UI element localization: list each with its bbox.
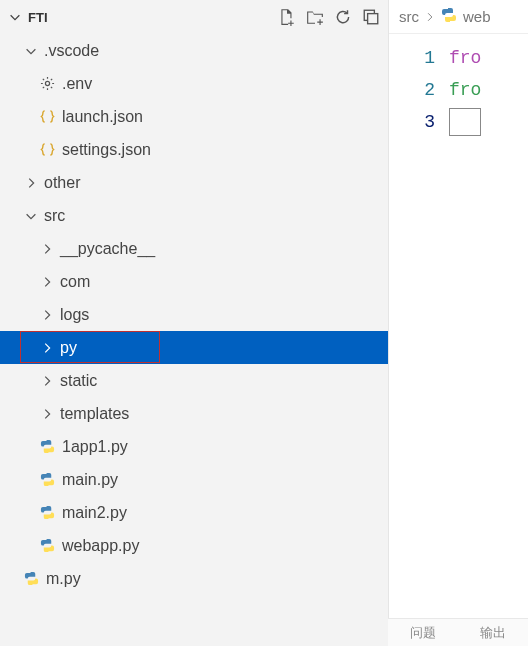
chevron-right-icon: [38, 339, 56, 357]
tree-file[interactable]: m.py: [0, 562, 388, 595]
tree-item-label: 1app1.py: [62, 438, 128, 456]
chevron-right-icon: [38, 240, 56, 258]
new-folder-icon[interactable]: [306, 8, 324, 26]
svg-rect-1: [368, 14, 378, 24]
py-icon: [38, 504, 56, 522]
py-icon: [38, 471, 56, 489]
py-icon: [38, 537, 56, 555]
chevron-down-icon: [6, 8, 24, 26]
tree-item-label: launch.json: [62, 108, 143, 126]
tree-item-label: static: [60, 372, 97, 390]
line-number: 2: [389, 74, 435, 106]
panel-tab-output[interactable]: 输出: [480, 624, 506, 642]
tree-folder[interactable]: .vscode: [0, 34, 388, 67]
tree-item-label: py: [60, 339, 77, 357]
chevron-right-icon: [22, 174, 40, 192]
code-area[interactable]: 123 frofro: [389, 34, 528, 138]
gear-icon: [38, 75, 56, 93]
explorer-sidebar: FTI .vscode.envlaunch.jsonsettings.jsono…: [0, 0, 388, 646]
tree-file[interactable]: .env: [0, 67, 388, 100]
editor-pane: src web 123 frofro: [388, 0, 528, 646]
tree-item-label: logs: [60, 306, 89, 324]
file-tree: .vscode.envlaunch.jsonsettings.jsonother…: [0, 34, 388, 595]
line-number: 1: [389, 42, 435, 74]
code-line[interactable]: [449, 106, 481, 138]
tree-item-label: com: [60, 273, 90, 291]
tree-file[interactable]: settings.json: [0, 133, 388, 166]
tree-item-label: webapp.py: [62, 537, 139, 555]
chevron-right-icon: [38, 405, 56, 423]
code-line[interactable]: fro: [449, 74, 481, 106]
tree-folder[interactable]: src: [0, 199, 388, 232]
tree-item-label: other: [44, 174, 80, 192]
new-file-icon[interactable]: [278, 8, 296, 26]
python-icon: [441, 7, 457, 26]
tree-item-label: main2.py: [62, 504, 127, 522]
breadcrumb-seg[interactable]: web: [463, 8, 491, 25]
json-icon: [38, 108, 56, 126]
tree-item-label: templates: [60, 405, 129, 423]
tree-folder[interactable]: logs: [0, 298, 388, 331]
tree-file[interactable]: main2.py: [0, 496, 388, 529]
tree-folder[interactable]: com: [0, 265, 388, 298]
svg-point-2: [45, 81, 49, 85]
collapse-all-icon[interactable]: [362, 8, 380, 26]
breadcrumb[interactable]: src web: [389, 0, 528, 34]
py-icon: [38, 438, 56, 456]
chevron-right-icon: [38, 273, 56, 291]
panel-tabs: 问题 输出: [388, 618, 528, 646]
chevron-down-icon: [22, 42, 40, 60]
tree-item-label: __pycache__: [60, 240, 155, 258]
tree-folder[interactable]: static: [0, 364, 388, 397]
json-icon: [38, 141, 56, 159]
tree-item-label: m.py: [46, 570, 81, 588]
tree-folder[interactable]: py: [0, 331, 388, 364]
code-line[interactable]: fro: [449, 42, 481, 74]
tree-item-label: main.py: [62, 471, 118, 489]
tree-file[interactable]: webapp.py: [0, 529, 388, 562]
explorer-header: FTI: [0, 0, 388, 34]
tree-item-label: .env: [62, 75, 92, 93]
line-number: 3: [389, 106, 435, 138]
tree-file[interactable]: launch.json: [0, 100, 388, 133]
line-gutter: 123: [389, 42, 449, 138]
tree-item-label: settings.json: [62, 141, 151, 159]
tree-folder[interactable]: templates: [0, 397, 388, 430]
breadcrumb-seg[interactable]: src: [399, 8, 419, 25]
explorer-title: FTI: [28, 10, 48, 25]
py-icon: [22, 570, 40, 588]
chevron-down-icon: [22, 207, 40, 225]
tree-item-label: .vscode: [44, 42, 99, 60]
refresh-icon[interactable]: [334, 8, 352, 26]
panel-tab-problems[interactable]: 问题: [410, 624, 436, 642]
code-content[interactable]: frofro: [449, 42, 481, 138]
chevron-right-icon: [38, 372, 56, 390]
tree-folder[interactable]: __pycache__: [0, 232, 388, 265]
tree-file[interactable]: main.py: [0, 463, 388, 496]
tree-file[interactable]: 1app1.py: [0, 430, 388, 463]
chevron-right-icon: [38, 306, 56, 324]
tree-item-label: src: [44, 207, 65, 225]
chevron-right-icon: [425, 8, 435, 25]
tree-folder[interactable]: other: [0, 166, 388, 199]
explorer-title-wrap[interactable]: FTI: [4, 8, 278, 26]
explorer-actions: [278, 8, 384, 26]
